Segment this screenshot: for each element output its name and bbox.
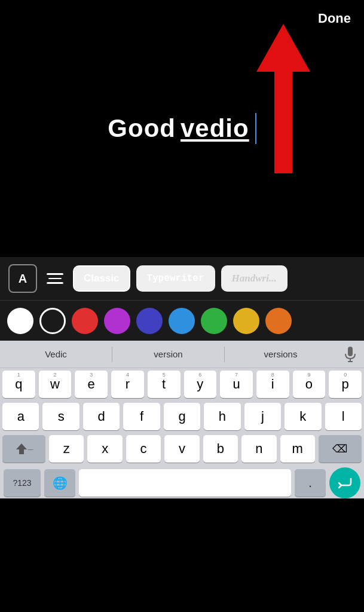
font-typewriter-button[interactable]: Typewriter xyxy=(136,265,215,292)
text-vedio: vedio xyxy=(181,114,249,143)
done-button[interactable]: Done xyxy=(318,11,351,26)
key-y[interactable]: 6y xyxy=(184,371,217,398)
font-toolbar: A Classic Typewriter Handwri... xyxy=(0,257,364,300)
font-handwriting-button[interactable]: Handwri... xyxy=(221,265,287,292)
color-picker-row xyxy=(0,300,364,341)
svg-marker-0 xyxy=(256,24,310,173)
text-overlay: Good vedio xyxy=(108,113,256,144)
mic-button[interactable] xyxy=(337,341,364,368)
color-white-button[interactable] xyxy=(7,308,33,334)
key-t[interactable]: 5t xyxy=(148,371,181,398)
color-orange-button[interactable] xyxy=(265,308,292,334)
suggestion-versions[interactable]: versions xyxy=(225,341,337,368)
key-m[interactable]: m xyxy=(280,435,315,463)
color-white-outline-button[interactable] xyxy=(39,308,66,334)
key-i[interactable]: 8i xyxy=(256,371,289,398)
key-l[interactable]: l xyxy=(325,403,362,430)
color-indigo-button[interactable] xyxy=(136,308,163,334)
key-w[interactable]: 2w xyxy=(39,371,72,398)
key-p[interactable]: 0p xyxy=(329,371,362,398)
key-e[interactable]: 3e xyxy=(75,371,108,398)
key-b[interactable]: b xyxy=(203,435,238,463)
shift-key[interactable]: — xyxy=(2,435,45,463)
keyboard-bottom-row: ?123 🌐 . xyxy=(0,467,364,498)
key-d[interactable]: d xyxy=(83,403,120,430)
key-q[interactable]: 1q xyxy=(2,371,35,398)
key-a[interactable]: a xyxy=(2,403,39,430)
period-key[interactable]: . xyxy=(295,469,326,497)
suggestion-version[interactable]: version xyxy=(112,341,224,368)
key-x[interactable]: x xyxy=(87,435,122,463)
key-u[interactable]: 7u xyxy=(220,371,253,398)
color-purple-button[interactable] xyxy=(104,308,130,334)
keyboard: 1q 2w 3e 4r 5t 6y 7u 8i 9o 0p a s d f g … xyxy=(0,368,364,498)
arrow-indicator xyxy=(233,18,328,173)
text-good: Good xyxy=(108,114,176,143)
key-g[interactable]: g xyxy=(164,403,200,430)
key-s[interactable]: s xyxy=(42,403,79,430)
key-v[interactable]: v xyxy=(164,435,199,463)
delete-key[interactable]: ⌫ xyxy=(319,435,362,463)
key-o[interactable]: 9o xyxy=(293,371,326,398)
color-yellow-button[interactable] xyxy=(233,308,259,334)
keyboard-row-3: — z x c v b n m ⌫ xyxy=(0,435,364,463)
align-line-3 xyxy=(47,282,63,284)
text-align-button[interactable] xyxy=(43,267,67,290)
text-style-icon-button[interactable]: A xyxy=(8,264,37,293)
num-key[interactable]: ?123 xyxy=(4,469,41,497)
key-k[interactable]: k xyxy=(285,403,321,430)
align-line-1 xyxy=(47,273,63,275)
align-line-2 xyxy=(48,278,62,280)
color-blue-button[interactable] xyxy=(169,308,195,334)
svg-rect-1 xyxy=(348,347,353,356)
keyboard-row-2: a s d f g h j k l xyxy=(0,403,364,430)
key-n[interactable]: n xyxy=(241,435,276,463)
key-h[interactable]: h xyxy=(204,403,240,430)
key-c[interactable]: c xyxy=(126,435,161,463)
video-area: Done Good vedio xyxy=(0,0,364,257)
key-r[interactable]: 4r xyxy=(111,371,144,398)
key-f[interactable]: f xyxy=(123,403,160,430)
space-key[interactable] xyxy=(79,469,291,497)
globe-key[interactable]: 🌐 xyxy=(44,469,75,497)
color-red-button[interactable] xyxy=(72,308,98,334)
return-key[interactable] xyxy=(329,467,360,498)
font-classic-button[interactable]: Classic xyxy=(73,265,130,292)
svg-marker-4 xyxy=(16,443,27,454)
keyboard-suggestions: Vedic version versions xyxy=(0,341,364,368)
key-j[interactable]: j xyxy=(244,403,281,430)
keyboard-row-1: 1q 2w 3e 4r 5t 6y 7u 8i 9o 0p xyxy=(0,371,364,398)
suggestion-vedic[interactable]: Vedic xyxy=(0,341,112,368)
color-green-button[interactable] xyxy=(201,308,227,334)
key-z[interactable]: z xyxy=(49,435,84,463)
text-cursor xyxy=(255,113,256,144)
